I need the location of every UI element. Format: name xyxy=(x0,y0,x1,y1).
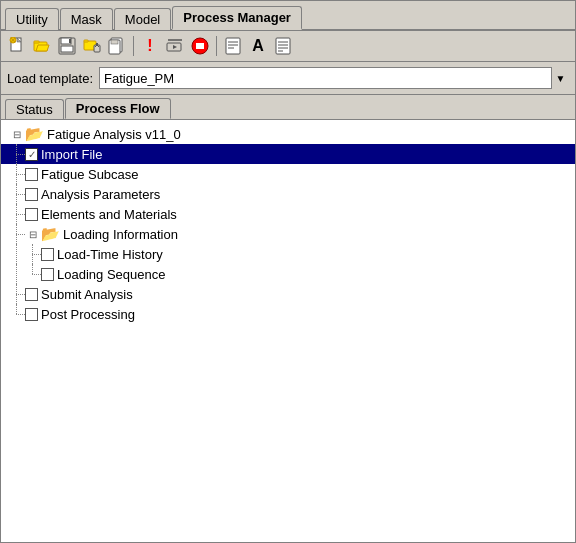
expander-loading-info[interactable]: ⊟ xyxy=(25,224,41,244)
folder-icon-loading-info: 📂 xyxy=(41,225,60,243)
svg-rect-25 xyxy=(226,38,240,54)
tree-node-root[interactable]: ⊟ 📂 Fatigue Analysis v11_0 xyxy=(1,124,575,144)
sub-tab-bar: Status Process Flow xyxy=(1,95,575,120)
tree-label-loading-info: Loading Information xyxy=(63,227,178,242)
summary-button[interactable] xyxy=(271,34,295,58)
checkbox-post-processing[interactable] xyxy=(25,308,38,321)
main-window: Utility Mask Model Process Manager xyxy=(0,0,576,543)
tree-node-elements-materials[interactable]: Elements and Materials xyxy=(1,204,575,224)
toolbar: ! A xyxy=(1,31,575,62)
load-template-label: Load template: xyxy=(7,71,93,86)
tab-bar: Utility Mask Model Process Manager xyxy=(1,1,575,31)
tree-label-submit-analysis: Submit Analysis xyxy=(41,287,133,302)
tree-label-fatigue-subcase: Fatigue Subcase xyxy=(41,167,139,182)
svg-rect-12 xyxy=(69,39,71,43)
svg-rect-29 xyxy=(276,38,290,54)
font-button[interactable]: A xyxy=(246,34,270,58)
save-button[interactable] xyxy=(55,34,79,58)
svg-rect-24 xyxy=(196,43,204,49)
load-template-select-wrapper: Fatigue_PM ▼ xyxy=(99,67,569,89)
checkbox-load-time-history[interactable] xyxy=(41,248,54,261)
tree-label-import-file: Import File xyxy=(41,147,102,162)
checkbox-analysis-params[interactable] xyxy=(25,188,38,201)
svg-rect-14 xyxy=(84,40,88,42)
tree-node-import-file[interactable]: ✓ Import File xyxy=(1,144,575,164)
alert-button[interactable]: ! xyxy=(138,34,162,58)
expander-root[interactable]: ⊟ xyxy=(9,124,25,144)
tab-mask[interactable]: Mask xyxy=(60,8,113,30)
folder-icon-root: 📂 xyxy=(25,125,44,143)
tree-label-post-processing: Post Processing xyxy=(41,307,135,322)
toolbar-separator-2 xyxy=(216,36,217,56)
checkbox-elements-materials[interactable] xyxy=(25,208,38,221)
svg-rect-15 xyxy=(94,45,100,52)
save-folder-button[interactable] xyxy=(80,34,104,58)
tree-area: ⊟ 📂 Fatigue Analysis v11_0 ✓ Import File xyxy=(1,120,575,542)
run-button[interactable] xyxy=(163,34,187,58)
tree-label-load-time-history: Load-Time History xyxy=(57,247,163,262)
tab-process-flow[interactable]: Process Flow xyxy=(65,98,171,119)
tree-node-load-time-history[interactable]: Load-Time History xyxy=(1,244,575,264)
checkbox-fatigue-subcase[interactable] xyxy=(25,168,38,181)
load-template-row: Load template: Fatigue_PM ▼ xyxy=(1,62,575,95)
svg-rect-19 xyxy=(111,40,118,44)
tab-model[interactable]: Model xyxy=(114,8,171,30)
save-copy-button[interactable] xyxy=(105,34,129,58)
load-template-select[interactable]: Fatigue_PM xyxy=(99,67,569,89)
svg-rect-11 xyxy=(61,46,73,52)
svg-rect-8 xyxy=(34,41,39,43)
tree-label-loading-sequence: Loading Sequence xyxy=(57,267,165,282)
tab-status[interactable]: Status xyxy=(5,99,64,119)
tree-label-root: Fatigue Analysis v11_0 xyxy=(47,127,181,142)
tree-node-loading-sequence[interactable]: Loading Sequence xyxy=(1,264,575,284)
tree-node-loading-info[interactable]: ⊟ 📂 Loading Information xyxy=(1,224,575,244)
open-button[interactable] xyxy=(30,34,54,58)
checkbox-import-file[interactable]: ✓ xyxy=(25,148,38,161)
tree-label-analysis-params: Analysis Parameters xyxy=(41,187,160,202)
tab-process-manager[interactable]: Process Manager xyxy=(172,6,302,30)
tab-utility[interactable]: Utility xyxy=(5,8,59,30)
checkbox-submit-analysis[interactable] xyxy=(25,288,38,301)
document-button[interactable] xyxy=(221,34,245,58)
toolbar-separator-1 xyxy=(133,36,134,56)
checkbox-loading-sequence[interactable] xyxy=(41,268,54,281)
tree-node-post-processing[interactable]: Post Processing xyxy=(1,304,575,324)
tree-node-submit-analysis[interactable]: Submit Analysis xyxy=(1,284,575,304)
stop-button[interactable] xyxy=(188,34,212,58)
tree-node-analysis-params[interactable]: Analysis Parameters xyxy=(1,184,575,204)
tree-label-elements-materials: Elements and Materials xyxy=(41,207,177,222)
tree-node-fatigue-subcase[interactable]: Fatigue Subcase xyxy=(1,164,575,184)
new-file-button[interactable] xyxy=(5,34,29,58)
